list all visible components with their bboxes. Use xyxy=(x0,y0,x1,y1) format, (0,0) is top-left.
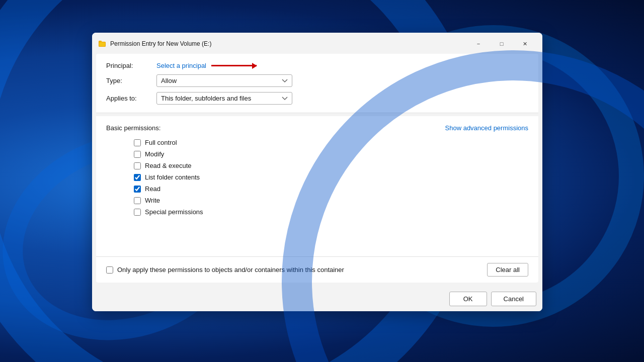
red-arrow xyxy=(211,65,257,66)
applies-to-label: Applies to: xyxy=(106,95,156,102)
modify-label[interactable]: Modify xyxy=(145,150,164,158)
read-execute-checkbox[interactable] xyxy=(134,162,141,169)
list-folder-item: List folder contents xyxy=(134,173,528,181)
apply-only-checkbox[interactable] xyxy=(106,266,113,274)
modify-item: Modify xyxy=(134,150,528,158)
list-folder-checkbox[interactable] xyxy=(134,174,141,181)
folder-icon xyxy=(98,40,106,48)
principal-label: Principal: xyxy=(106,62,156,69)
write-item: Write xyxy=(134,197,528,204)
principal-row: Principal: Select a principal xyxy=(106,62,528,69)
apply-only-label[interactable]: Only apply these permissions to objects … xyxy=(117,266,344,274)
cancel-button[interactable]: Cancel xyxy=(491,292,536,306)
type-row: Type: Allow Deny xyxy=(106,74,528,87)
full-control-checkbox[interactable] xyxy=(134,139,141,146)
full-control-item: Full control xyxy=(134,139,528,146)
permissions-header: Basic permissions: Show advanced permiss… xyxy=(106,124,528,132)
applies-to-select[interactable]: This folder, subfolders and files This f… xyxy=(156,92,292,105)
permissions-checkbox-list: Full control Modify Read & execute List … xyxy=(134,139,528,216)
clear-all-button[interactable]: Clear all xyxy=(487,263,528,277)
arrow-line xyxy=(211,65,257,66)
bottom-section: Only apply these permissions to objects … xyxy=(96,257,538,283)
permission-entry-dialog: Permission Entry for New Volume (E:) − □… xyxy=(92,33,542,311)
write-checkbox[interactable] xyxy=(134,197,141,204)
type-select[interactable]: Allow Deny xyxy=(156,74,292,87)
permissions-title: Basic permissions: xyxy=(106,124,160,132)
special-checkbox[interactable] xyxy=(134,209,141,216)
title-bar: Permission Entry for New Volume (E:) − □… xyxy=(92,33,542,54)
title-bar-controls: − □ ✕ xyxy=(467,36,536,52)
modify-checkbox[interactable] xyxy=(134,151,141,158)
read-label[interactable]: Read xyxy=(145,185,160,193)
permissions-section: Basic permissions: Show advanced permiss… xyxy=(96,116,538,257)
special-label[interactable]: Special permissions xyxy=(145,208,203,216)
top-section: Principal: Select a principal Type: Allo… xyxy=(96,54,538,113)
maximize-button[interactable]: □ xyxy=(490,36,513,52)
write-label[interactable]: Write xyxy=(145,197,160,204)
dialog-footer: OK Cancel xyxy=(92,287,542,311)
show-advanced-link[interactable]: Show advanced permissions xyxy=(445,124,528,132)
special-item: Special permissions xyxy=(134,208,528,216)
list-folder-label[interactable]: List folder contents xyxy=(145,173,200,181)
window-title: Permission Entry for New Volume (E:) xyxy=(110,40,467,47)
arrow-head xyxy=(252,63,257,69)
read-item: Read xyxy=(134,185,528,193)
apply-checkbox-row: Only apply these permissions to objects … xyxy=(106,266,344,274)
ok-button[interactable]: OK xyxy=(449,292,487,306)
select-principal-link[interactable]: Select a principal xyxy=(156,62,206,69)
close-button[interactable]: ✕ xyxy=(513,36,536,52)
full-control-label[interactable]: Full control xyxy=(145,139,177,146)
minimize-button[interactable]: − xyxy=(467,36,490,52)
read-execute-item: Read & execute xyxy=(134,162,528,169)
type-label: Type: xyxy=(106,77,156,84)
applies-to-row: Applies to: This folder, subfolders and … xyxy=(106,92,528,105)
read-execute-label[interactable]: Read & execute xyxy=(145,162,192,169)
read-checkbox[interactable] xyxy=(134,186,141,193)
dialog-content: Principal: Select a principal Type: Allo… xyxy=(96,54,538,283)
